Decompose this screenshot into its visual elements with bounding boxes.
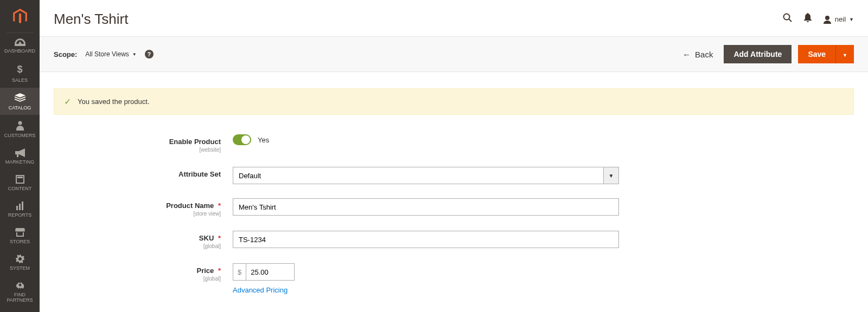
help-icon[interactable]: ? [145,50,154,58]
account-menu[interactable]: neil ▼ [823,15,854,24]
svg-rect-5 [22,202,23,210]
enable-product-value: Yes [258,136,269,144]
scope-label: Scope: [54,50,77,58]
price-input-wrap: $ [233,263,300,281]
attribute-set-select[interactable]: ▼ [233,167,619,184]
sidebar-item-stores[interactable]: STORES [0,223,40,249]
catalog-icon [15,93,25,103]
svg-point-0 [18,121,22,125]
sku-scope: [global] [54,243,221,249]
field-enable-product: Enable Product [website] Yes [54,134,854,153]
sku-label: SKU * [199,234,221,242]
toggle-knob [241,135,250,144]
sidebar-item-customers[interactable]: CUSTOMERS [0,115,40,143]
sidebar-item-reports[interactable]: REPORTS [0,196,40,223]
product-name-label: Product Name * [166,202,221,210]
toolbar: Scope: All Store Views ▼ ? ← Back Add At… [40,36,868,72]
sidebar-label-partners: FIND PARTNERS [2,292,37,303]
product-form: Enable Product [website] Yes Attribute S… [40,115,868,312]
scope-value: All Store Views [85,50,129,58]
price-label: Price * [197,266,221,275]
field-control: ▼ [233,167,619,184]
customers-icon [16,121,24,131]
field-label-wrap: Enable Product [website] [54,134,233,153]
sidebar: DASHBOARD $ SALES CATALOG CUSTOMERS MARK… [0,0,40,312]
sidebar-item-content[interactable]: CONTENT [0,170,40,196]
required-mark: * [218,202,221,210]
account-name: neil [835,15,846,23]
marketing-icon [15,148,25,157]
toolbar-left: Scope: All Store Views ▼ ? [54,50,154,58]
field-attribute-set: Attribute Set ▼ [54,167,854,184]
scope-selector[interactable]: All Store Views ▼ [85,50,136,58]
sidebar-item-sales[interactable]: $ SALES [0,58,40,88]
stores-icon [15,228,25,237]
reports-icon [16,202,24,210]
sidebar-label-sales: SALES [12,77,28,83]
advanced-pricing-link[interactable]: Advanced Pricing [233,286,288,294]
currency-symbol: $ [233,263,246,281]
sidebar-label-stores: STORES [10,239,30,244]
field-price: Price * [global] $ Advanced Pricing [54,263,854,294]
sku-input[interactable] [233,231,619,248]
check-icon: ✓ [64,96,71,107]
field-label-wrap: SKU * [global] [54,231,233,249]
sidebar-item-dashboard[interactable]: DASHBOARD [0,33,40,58]
required-mark: * [218,234,221,242]
sidebar-label-catalog: CATALOG [9,105,31,110]
field-label-wrap: Product Name * [store view] [54,198,233,217]
price-input[interactable] [246,263,295,281]
svg-line-7 [789,19,792,22]
svg-point-6 [783,14,789,20]
sidebar-label-system: SYSTEM [10,265,30,271]
required-mark: * [218,266,221,275]
chevron-down-icon: ▼ [843,53,847,58]
sidebar-label-customers: CUSTOMERS [4,133,35,138]
field-product-name: Product Name * [store view] [54,198,854,217]
chevron-down-icon: ▼ [849,17,854,22]
magento-logo[interactable] [7,0,34,33]
notifications-icon[interactable] [803,13,812,25]
sidebar-item-marketing[interactable]: MARKETING [0,143,40,170]
field-sku: SKU * [global] [54,231,854,249]
enable-product-label: Enable Product [169,138,221,146]
content-icon [16,175,24,184]
search-icon[interactable] [783,13,793,25]
field-control [233,198,619,216]
sidebar-item-catalog[interactable]: CATALOG [0,88,40,115]
field-control: $ Advanced Pricing [233,263,619,294]
success-message: ✓ You saved the product. [54,88,854,115]
attribute-set-value[interactable] [233,167,604,184]
page-title: Men's Tshirt [54,11,128,28]
arrow-left-icon: ← [682,50,691,59]
sidebar-item-system[interactable]: SYSTEM [0,249,40,276]
partners-icon [15,281,25,290]
svg-rect-3 [16,206,18,210]
select-arrow-icon[interactable]: ▼ [604,167,619,184]
product-name-scope: [store view] [54,211,221,217]
field-control: Yes [233,134,619,145]
price-label-text: Price [197,266,214,275]
header-actions: neil ▼ [783,13,854,25]
message-text: You saved the product. [78,98,150,106]
enable-product-toggle[interactable] [233,134,251,145]
attribute-set-label: Attribute Set [178,170,221,178]
save-dropdown-button[interactable]: ▼ [835,45,854,63]
product-name-input[interactable] [233,198,619,216]
dollar-icon: $ [17,64,22,75]
main-content: Men's Tshirt neil ▼ Scope: All Store Vie… [40,0,868,312]
save-button[interactable]: Save [798,45,835,63]
sidebar-label-content: CONTENT [8,186,32,191]
svg-point-8 [825,16,829,20]
add-attribute-button[interactable]: Add Attribute [724,45,792,63]
magento-icon [12,9,28,25]
toolbar-right: ← Back Add Attribute Save ▼ [678,45,854,63]
field-control [233,231,619,248]
back-button[interactable]: ← Back [678,50,717,59]
page-header: Men's Tshirt neil ▼ [40,0,868,36]
sidebar-label-dashboard: DASHBOARD [4,48,35,54]
product-name-label-text: Product Name [166,202,214,210]
sidebar-item-partners[interactable]: FIND PARTNERS [0,276,40,308]
price-scope: [global] [54,276,221,282]
enable-product-scope: [website] [54,147,221,153]
